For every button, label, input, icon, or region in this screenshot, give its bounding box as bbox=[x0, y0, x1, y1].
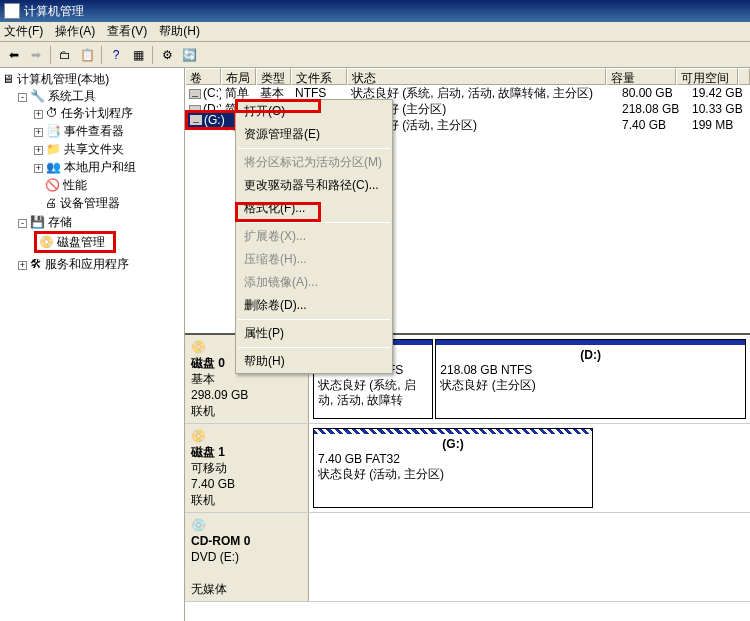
expand-icon[interactable]: + bbox=[34, 164, 43, 173]
ctx-change-path[interactable]: 更改驱动器号和路径(C)... bbox=[236, 174, 392, 197]
col-status[interactable]: 状态 bbox=[347, 68, 606, 85]
disk-state: 联机 bbox=[191, 404, 215, 418]
ctx-extend: 扩展卷(X)... bbox=[236, 225, 392, 248]
expand-icon[interactable]: + bbox=[18, 261, 27, 270]
col-volume[interactable]: 卷 bbox=[185, 68, 221, 85]
refresh-icon[interactable]: 🔄 bbox=[179, 45, 199, 65]
vol-cap: 218.08 GB bbox=[618, 101, 688, 117]
tree-label: 共享文件夹 bbox=[64, 142, 124, 156]
ctx-shrink: 压缩卷(H)... bbox=[236, 248, 392, 271]
volume-header: 卷 布局 类型 文件系统 状态 容量 可用空间 bbox=[185, 68, 750, 85]
tree-label: 系统工具 bbox=[48, 89, 96, 103]
expand-icon[interactable]: + bbox=[34, 110, 43, 119]
disk-size: 298.09 GB bbox=[191, 388, 248, 402]
ctx-sep bbox=[238, 148, 390, 149]
tree-perf[interactable]: 🚫 性能 bbox=[34, 176, 184, 194]
title-bar: 计算机管理 bbox=[0, 0, 750, 22]
col-free[interactable]: 可用空间 bbox=[676, 68, 738, 85]
ctx-sep bbox=[238, 347, 390, 348]
settings-icon[interactable]: ⚙ bbox=[157, 45, 177, 65]
disk-icon bbox=[189, 89, 201, 99]
part-label: (G:) bbox=[318, 437, 588, 452]
props-icon[interactable]: 📋 bbox=[77, 45, 97, 65]
vol-drive: (C:) bbox=[185, 85, 221, 101]
tree-diskmgmt[interactable]: 📀 磁盘管理 bbox=[34, 230, 184, 254]
ctx-help[interactable]: 帮助(H) bbox=[236, 350, 392, 373]
part-topbar bbox=[436, 340, 745, 345]
part-label: (D:) bbox=[440, 348, 741, 363]
up-icon[interactable]: 🗀 bbox=[55, 45, 75, 65]
col-cap[interactable]: 容量 bbox=[606, 68, 676, 85]
disk-state: 联机 bbox=[191, 493, 215, 507]
ctx-props[interactable]: 属性(P) bbox=[236, 322, 392, 345]
fwd-icon[interactable]: ➡ bbox=[26, 45, 46, 65]
disk-type: 可移动 bbox=[191, 461, 227, 475]
menu-action[interactable]: 操作(A) bbox=[55, 23, 95, 40]
col-extra[interactable] bbox=[738, 68, 750, 85]
menu-file[interactable]: 文件(F) bbox=[4, 23, 43, 40]
toolbar-sep bbox=[101, 46, 102, 64]
disk-type: 基本 bbox=[191, 372, 215, 386]
menu-view[interactable]: 查看(V) bbox=[107, 23, 147, 40]
part-info: 7.40 GB FAT32 bbox=[318, 452, 588, 467]
disk-icon bbox=[190, 115, 202, 125]
ctx-open[interactable]: 打开(O) bbox=[236, 100, 392, 123]
part-info: 218.08 GB NTFS bbox=[440, 363, 741, 378]
vol-free: 199 MB bbox=[688, 117, 750, 133]
tree-shared[interactable]: +📁 共享文件夹 bbox=[34, 140, 184, 158]
menu-bar: 文件(F) 操作(A) 查看(V) 帮助(H) bbox=[0, 22, 750, 42]
ctx-mark-active: 将分区标记为活动分区(M) bbox=[236, 151, 392, 174]
help-icon[interactable]: ? bbox=[106, 45, 126, 65]
expand-icon[interactable]: + bbox=[34, 146, 43, 155]
vol-cap: 80.00 GB bbox=[618, 85, 688, 101]
vol-free: 19.42 GB bbox=[688, 85, 750, 101]
vol-cap: 7.40 GB bbox=[618, 117, 688, 133]
menu-help[interactable]: 帮助(H) bbox=[159, 23, 200, 40]
ctx-mirror: 添加镜像(A)... bbox=[236, 271, 392, 294]
collapse-icon[interactable]: - bbox=[18, 93, 27, 102]
tree-root[interactable]: 🖥 计算机管理(本地) -🔧 系统工具 +⏱ 任务计划程序 +📑 事件查看器 +… bbox=[2, 70, 184, 274]
back-icon[interactable]: ⬅ bbox=[4, 45, 24, 65]
tree-storage[interactable]: -💾 存储 📀 磁盘管理 bbox=[18, 213, 184, 255]
ctx-explorer[interactable]: 资源管理器(E) bbox=[236, 123, 392, 146]
collapse-icon[interactable]: - bbox=[18, 219, 27, 228]
col-layout[interactable]: 布局 bbox=[221, 68, 256, 85]
tree-systools[interactable]: -🔧 系统工具 +⏱ 任务计划程序 +📑 事件查看器 +📁 共享文件夹 +👥 本… bbox=[18, 87, 184, 213]
tree-pane: 🖥 计算机管理(本地) -🔧 系统工具 +⏱ 任务计划程序 +📑 事件查看器 +… bbox=[0, 68, 185, 621]
partition-d[interactable]: (D:) 218.08 GB NTFS 状态良好 (主分区) bbox=[435, 339, 746, 419]
disk-info[interactable]: 💿 CD-ROM 0 DVD (E:) 无媒体 bbox=[185, 513, 309, 601]
partition-g[interactable]: (G:) 7.40 GB FAT32 状态良好 (活动, 主分区) bbox=[313, 428, 593, 508]
tree-devmgr[interactable]: 🖨 设备管理器 bbox=[34, 194, 184, 212]
ctx-format[interactable]: 格式化(F)... bbox=[236, 197, 392, 220]
part-topbar bbox=[314, 429, 592, 434]
disk-parts bbox=[309, 513, 750, 601]
ctx-delete[interactable]: 删除卷(D)... bbox=[236, 294, 392, 317]
part-status: 状态良好 (主分区) bbox=[440, 378, 741, 393]
tree-label: 磁盘管理 bbox=[57, 235, 105, 249]
selected-volume-g[interactable]: (G:) bbox=[185, 110, 237, 130]
tree-users[interactable]: +👥 本地用户和组 bbox=[34, 158, 184, 176]
col-fs[interactable]: 文件系统 bbox=[291, 68, 347, 85]
context-menu: 打开(O) 资源管理器(E) 将分区标记为活动分区(M) 更改驱动器号和路径(C… bbox=[235, 99, 393, 374]
tool-bar: ⬅ ➡ 🗀 📋 ? ▦ ⚙ 🔄 bbox=[0, 42, 750, 68]
ctx-sep bbox=[238, 319, 390, 320]
tree-label: 设备管理器 bbox=[60, 196, 120, 210]
tree-tasksched[interactable]: +⏱ 任务计划程序 bbox=[34, 104, 184, 122]
disk-pane: 📀 磁盘 0 基本 298.09 GB 联机 (C:) 80.00 GB NTF… bbox=[185, 333, 750, 621]
disk-type: DVD (E:) bbox=[191, 550, 239, 564]
tree-label: 性能 bbox=[63, 178, 87, 192]
part-status: 状态良好 (活动, 主分区) bbox=[318, 467, 588, 482]
disk-info[interactable]: 📀 磁盘 1 可移动 7.40 GB 联机 bbox=[185, 424, 309, 512]
tree-label: 事件查看器 bbox=[64, 124, 124, 138]
tree-eventviewer[interactable]: +📑 事件查看器 bbox=[34, 122, 184, 140]
disk-icon: 📀 bbox=[191, 340, 206, 354]
col-type[interactable]: 类型 bbox=[256, 68, 291, 85]
tree-label: 存储 bbox=[48, 215, 72, 229]
disk-state: 无媒体 bbox=[191, 582, 227, 596]
tree-services[interactable]: +🛠 服务和应用程序 bbox=[18, 255, 184, 273]
expand-icon[interactable]: + bbox=[34, 128, 43, 137]
window-title: 计算机管理 bbox=[24, 0, 84, 22]
disk-row: 📀 磁盘 1 可移动 7.40 GB 联机 (G:) 7.40 GB FAT32… bbox=[185, 424, 750, 513]
ctx-sep bbox=[238, 222, 390, 223]
list-icon[interactable]: ▦ bbox=[128, 45, 148, 65]
